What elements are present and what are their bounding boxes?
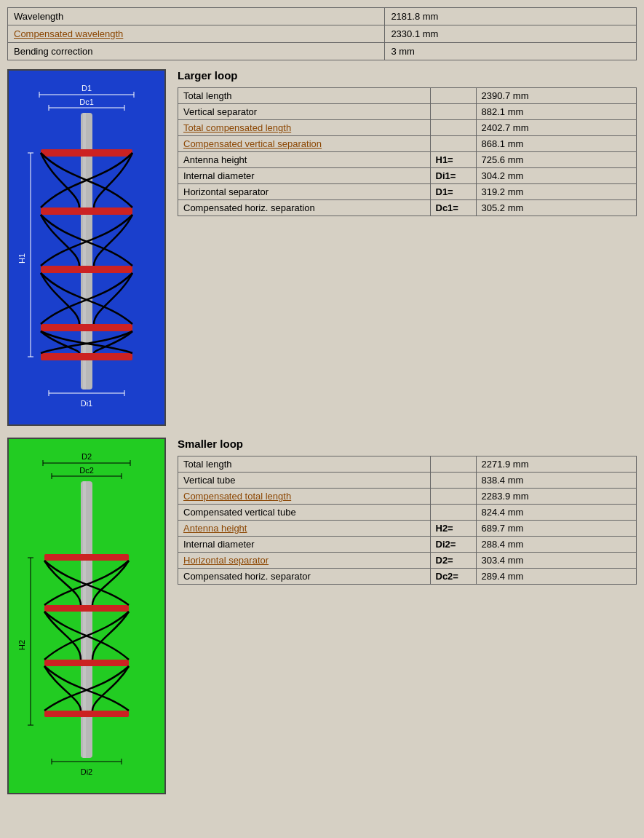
larger-loop-key: [430, 104, 476, 120]
larger-loop-key: [430, 136, 476, 152]
top-table-label: Wavelength: [8, 8, 385, 25]
larger-loop-key: D1=: [430, 184, 476, 200]
larger-loop-label: Antenna height: [178, 152, 431, 168]
top-table-value: 3 mm: [385, 43, 637, 60]
smaller-loop-key: H2=: [430, 521, 476, 537]
svg-rect-42: [44, 711, 129, 717]
larger-loop-key: [430, 120, 476, 136]
svg-text:Di1: Di1: [81, 399, 93, 408]
smaller-loop-key: [430, 489, 476, 505]
svg-rect-17: [41, 266, 132, 273]
larger-loop-table: Total length2390.7 mmVertical separator8…: [178, 87, 637, 216]
larger-loop-label: Vertical separator: [178, 104, 431, 120]
smaller-loop-value: 838.4 mm: [476, 473, 637, 489]
svg-text:D2: D2: [82, 452, 92, 461]
larger-loop-image-container: D1 Dc1 H1: [7, 69, 167, 426]
smaller-loop-label: Compensated vertical tube: [178, 505, 431, 521]
svg-rect-19: [41, 353, 132, 360]
smaller-loop-value: 303.4 mm: [476, 553, 637, 569]
larger-loop-title: Larger loop: [178, 69, 637, 82]
top-table-label[interactable]: Compensated wavelength: [8, 25, 385, 43]
svg-text:H1: H1: [17, 253, 26, 264]
smaller-loop-label: Total length: [178, 456, 431, 473]
svg-rect-16: [41, 207, 132, 215]
smaller-loop-label[interactable]: Horizontal separator: [178, 553, 431, 569]
smaller-loop-label: Internal diameter: [178, 537, 431, 553]
smaller-loop-title: Smaller loop: [178, 438, 637, 450]
larger-loop-diagram: D1 Dc1 H1: [10, 73, 163, 422]
smaller-loop-image-container: D2 Dc2 H2: [7, 438, 167, 794]
smaller-loop-diagram: D2 Dc2 H2: [10, 441, 163, 791]
smaller-loop-value: 689.7 mm: [476, 521, 637, 537]
smaller-loop-key: Di2=: [430, 537, 476, 553]
larger-loop-label[interactable]: Total compensated length: [178, 120, 431, 136]
larger-loop-section: D1 Dc1 H1: [7, 69, 637, 426]
larger-loop-key: [430, 88, 476, 104]
smaller-loop-key: D2=: [430, 553, 476, 569]
larger-loop-value: 2390.7 mm: [476, 88, 637, 104]
larger-loop-label: Internal diameter: [178, 168, 431, 184]
larger-loop-key: Di1=: [430, 168, 476, 184]
larger-loop-label: Compensated horiz. separation: [178, 200, 431, 216]
larger-loop-value: 882.1 mm: [476, 104, 637, 120]
larger-loop-value: 305.2 mm: [476, 200, 637, 216]
smaller-loop-value: 288.4 mm: [476, 537, 637, 553]
top-table-value: 2330.1 mm: [385, 25, 637, 43]
larger-loop-content: Larger loop Total length2390.7 mmVertica…: [178, 69, 637, 216]
larger-loop-label: Total length: [178, 88, 431, 104]
svg-rect-41: [44, 660, 129, 666]
smaller-loop-value: 289.4 mm: [476, 569, 637, 585]
svg-text:Dc2: Dc2: [79, 466, 94, 475]
top-table: Wavelength2181.8 mmCompensated wavelengt…: [7, 7, 637, 60]
smaller-loop-image: D2 Dc2 H2: [7, 438, 166, 794]
larger-loop-value: 2402.7 mm: [476, 120, 637, 136]
larger-loop-key: H1=: [430, 152, 476, 168]
smaller-loop-value: 2271.9 mm: [476, 456, 637, 473]
svg-text:Dc1: Dc1: [79, 98, 94, 106]
smaller-loop-content: Smaller loop Total length2271.9 mmVertic…: [178, 438, 637, 585]
smaller-loop-label: Vertical tube: [178, 473, 431, 489]
smaller-loop-section: D2 Dc2 H2: [7, 438, 637, 794]
smaller-loop-key: Dc2=: [430, 569, 476, 585]
larger-loop-key: Dc1=: [430, 200, 476, 216]
smaller-loop-key: [430, 456, 476, 473]
smaller-loop-table: Total length2271.9 mmVertical tube838.4 …: [178, 456, 637, 585]
svg-rect-40: [44, 605, 129, 612]
smaller-loop-label: Compensated horiz. separator: [178, 569, 431, 585]
smaller-loop-key: [430, 473, 476, 489]
larger-loop-label: Horizontal separator: [178, 184, 431, 200]
smaller-loop-label[interactable]: Compensated total length: [178, 489, 431, 505]
larger-loop-value: 304.2 mm: [476, 168, 637, 184]
larger-loop-label[interactable]: Compensated vertical separation: [178, 136, 431, 152]
larger-loop-value: 725.6 mm: [476, 152, 637, 168]
top-table-value: 2181.8 mm: [385, 8, 637, 25]
larger-loop-image: D1 Dc1 H1: [7, 69, 166, 426]
smaller-loop-label[interactable]: Antenna height: [178, 521, 431, 537]
larger-loop-value: 868.1 mm: [476, 136, 637, 152]
svg-rect-18: [41, 324, 132, 331]
svg-text:H2: H2: [17, 640, 26, 650]
top-table-label: Bending correction: [8, 43, 385, 60]
smaller-loop-value: 2283.9 mm: [476, 489, 637, 505]
svg-rect-15: [41, 149, 132, 157]
smaller-loop-key: [430, 505, 476, 521]
svg-rect-39: [44, 554, 129, 561]
svg-text:Di2: Di2: [81, 767, 93, 776]
svg-text:D1: D1: [82, 84, 92, 92]
smaller-loop-value: 824.4 mm: [476, 505, 637, 521]
larger-loop-value: 319.2 mm: [476, 184, 637, 200]
